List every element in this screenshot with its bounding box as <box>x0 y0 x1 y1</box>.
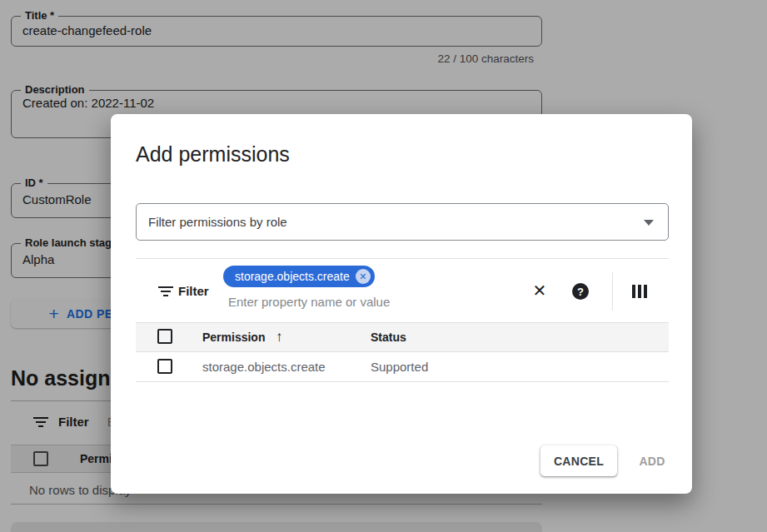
permission-cell: storage.objects.create <box>202 360 326 374</box>
chip-remove-icon[interactable]: ✕ <box>356 269 371 284</box>
clear-filters-icon[interactable]: ✕ <box>529 280 550 301</box>
toolbar-divider <box>612 272 613 311</box>
help-icon[interactable]: ? <box>572 283 589 300</box>
filter-input[interactable]: Enter property name or value <box>228 295 390 309</box>
filter-icon <box>158 286 173 296</box>
filter-permissions-by-role-select[interactable]: Filter permissions by role <box>136 203 669 241</box>
select-all-checkbox[interactable] <box>157 329 172 344</box>
table-row[interactable]: storage.objects.create Supported <box>136 352 669 382</box>
role-select-value: Filter permissions by role <box>148 215 287 229</box>
filter-chip-label: storage.objects.create <box>235 270 350 283</box>
chevron-down-icon <box>644 220 654 226</box>
add-button[interactable]: ADD <box>627 445 677 476</box>
permissions-filter-toolbar: Filter storage.objects.create ✕ Enter pr… <box>136 258 669 323</box>
permission-column-header[interactable]: Permission <box>202 331 265 344</box>
screen: Title * create-changefeed-role 22 / 100 … <box>0 0 767 532</box>
column-display-icon[interactable] <box>632 285 647 298</box>
filter-label: Filter <box>178 284 209 298</box>
status-column-header[interactable]: Status <box>371 331 406 344</box>
add-permissions-dialog: Add permissions Filter permissions by ro… <box>111 114 692 494</box>
permissions-table-header: Permission ↑ Status <box>136 323 669 352</box>
status-cell: Supported <box>371 360 428 374</box>
row-checkbox[interactable] <box>157 359 172 374</box>
cancel-button[interactable]: CANCEL <box>540 445 617 476</box>
dialog-title: Add permissions <box>136 142 290 167</box>
filter-chip[interactable]: storage.objects.create ✕ <box>223 266 375 287</box>
sort-ascending-icon[interactable]: ↑ <box>276 329 283 346</box>
